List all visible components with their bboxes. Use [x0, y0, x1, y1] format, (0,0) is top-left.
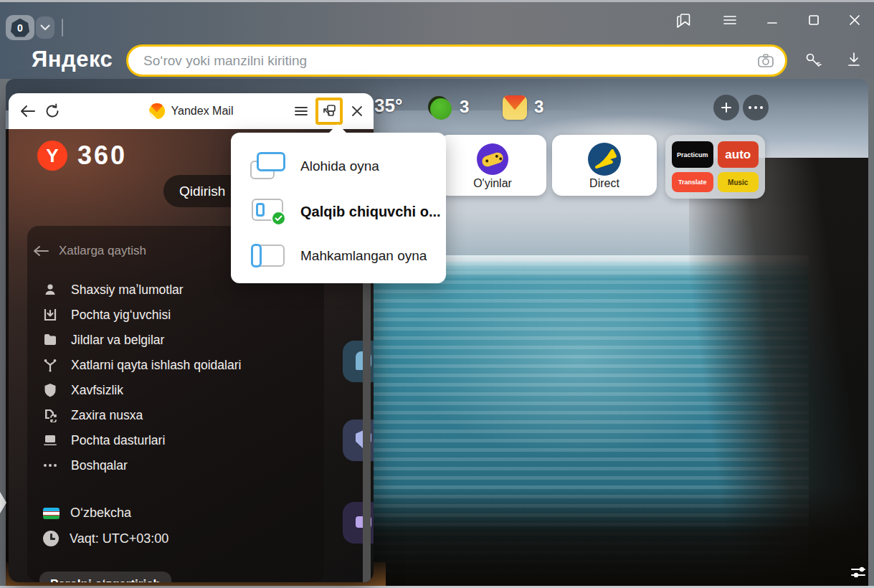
- menu-label: Xavfsizlik: [71, 383, 123, 398]
- backup-icon: [42, 407, 59, 424]
- download-icon: [845, 50, 863, 69]
- green-status-widget[interactable]: [428, 96, 452, 120]
- dropdown-item-pinned-window[interactable]: Mahkamlangan oyna: [231, 232, 446, 280]
- close-icon: [848, 14, 861, 27]
- close-icon: [351, 105, 364, 118]
- ellipsis-icon: [749, 106, 763, 109]
- clock-icon: [43, 531, 59, 546]
- downloads-button[interactable]: [845, 50, 863, 69]
- tile-games-label: O'yinlar: [473, 177, 512, 190]
- tile-direct-label: Direct: [589, 177, 619, 190]
- person-icon: [42, 281, 59, 298]
- password-manager-button[interactable]: [803, 50, 825, 70]
- image-search-button[interactable]: [756, 52, 775, 70]
- browser-chrome: 0 Яндекс: [0, 0, 874, 79]
- language-row[interactable]: Oʻzbekcha: [43, 506, 131, 521]
- rules-icon: [42, 356, 59, 374]
- popup-window-icon: [250, 196, 286, 227]
- uzbekistan-flag-icon: [43, 508, 60, 519]
- menu-label: Shaxsiy maʼlumotlar: [71, 283, 184, 298]
- timezone-row[interactable]: Vaqt: UTC+03:00: [43, 531, 168, 546]
- timezone-label: Vaqt: UTC+03:00: [70, 531, 168, 546]
- dropdown-item-label: Qalqib chiquvchi o...: [300, 204, 441, 220]
- tab-list-dropdown-button[interactable]: [36, 16, 54, 39]
- direct-icon: [588, 143, 621, 176]
- green-badge-count: 3: [460, 97, 469, 117]
- camera-search-icon: [756, 52, 775, 70]
- laptop-icon: [42, 432, 59, 449]
- dropdown-item-separate-window[interactable]: Alohida oyna: [231, 143, 446, 190]
- menu-item-mail-clients[interactable]: Pochta dasturlari: [42, 430, 165, 451]
- menu-item-folders-labels[interactable]: Jildlar va belgilar: [42, 329, 164, 351]
- menu-label: Xatlarni qayta ishlash qoidalari: [71, 358, 241, 373]
- y360-360-text: 360: [77, 141, 127, 171]
- menu-label: Pochta yigʻuvchisi: [71, 308, 171, 323]
- add-widget-button[interactable]: [713, 95, 739, 120]
- menu-item-processing-rules[interactable]: Xatlarni qayta ishlash qoidalari: [42, 354, 241, 376]
- bookmarks-button[interactable]: [675, 11, 693, 29]
- bookmarks-icon: [675, 11, 693, 29]
- menu-item-backup[interactable]: Zaxira nusxa: [42, 404, 143, 426]
- close-window-button[interactable]: [848, 14, 861, 27]
- separate-window-icon: [250, 151, 286, 182]
- tile-direct[interactable]: Direct: [552, 135, 657, 196]
- search-input[interactable]: [143, 53, 756, 69]
- popup-title: Yandex Mail: [171, 105, 234, 118]
- reload-icon: [44, 103, 60, 119]
- y360-y-badge: Y: [37, 141, 67, 171]
- maximize-icon: [807, 14, 820, 27]
- background-settings-button[interactable]: [848, 563, 870, 583]
- window-top-edge: [0, 0, 874, 2]
- service-auto[interactable]: auto: [718, 141, 759, 168]
- change-password-button[interactable]: Parolni oʻzgartirish: [39, 572, 171, 582]
- popup-close-button[interactable]: [345, 99, 369, 123]
- popup-menu-button[interactable]: [289, 99, 313, 123]
- maximize-button[interactable]: [807, 14, 820, 27]
- menu-label: Boshqalar: [71, 458, 128, 473]
- minimize-icon: [766, 14, 779, 27]
- tile-games[interactable]: O'yinlar: [439, 135, 546, 196]
- dropdown-pointer: [328, 124, 347, 133]
- mail-envelope-icon: [503, 95, 527, 110]
- popup-back-button[interactable]: [16, 99, 40, 123]
- popup-reload-button[interactable]: [40, 99, 65, 123]
- window-mode-dropdown: Alohida oyna Qalqib chiquvchi o... Mahka…: [231, 133, 446, 283]
- widgets-more-button[interactable]: [743, 95, 769, 120]
- key-icon: [803, 50, 825, 70]
- popup-header: Yandex Mail: [9, 93, 374, 129]
- menu-label: Jildlar va belgilar: [71, 333, 164, 348]
- weather-widget[interactable]: 35°: [374, 95, 402, 117]
- back-arrow-icon: [33, 245, 49, 257]
- menu-item-security[interactable]: Xavfsizlik: [42, 379, 123, 401]
- mail-badge-count: 3: [534, 97, 543, 117]
- pinned-window-icon: [250, 240, 286, 272]
- minimize-button[interactable]: [766, 14, 779, 27]
- service-music[interactable]: Music: [718, 172, 759, 192]
- tab-count-badge: 0: [11, 19, 29, 37]
- back-arrow-icon: [20, 105, 36, 118]
- menu-label: Zaxira nusxa: [71, 408, 143, 423]
- menu-item-other[interactable]: Boshqalar: [42, 455, 128, 476]
- mail-widget[interactable]: [503, 95, 527, 120]
- service-practicum[interactable]: Practicum: [672, 141, 713, 168]
- menu-item-mail-collector[interactable]: Pochta yigʻuvchisi: [42, 304, 171, 326]
- tab-separator: [62, 19, 63, 37]
- folder-icon: [42, 331, 59, 348]
- mail-collector-icon: [42, 306, 59, 323]
- tab-counter-button[interactable]: 0: [6, 15, 34, 40]
- services-grid: Practicum auto Translate Music: [665, 135, 765, 199]
- service-translate[interactable]: Translate: [672, 172, 713, 192]
- search-bar[interactable]: [126, 44, 787, 77]
- shield-icon: [42, 381, 59, 399]
- popup-title-group: Yandex Mail: [149, 103, 234, 119]
- yandex-mail-favicon: [149, 103, 165, 119]
- dropdown-item-label: Alohida oyna: [300, 158, 379, 174]
- dropdown-item-popup-window[interactable]: Qalqib chiquvchi o...: [231, 188, 446, 235]
- browser-menu-button[interactable]: [722, 14, 738, 27]
- dropdown-item-label: Mahkamlangan oyna: [300, 248, 427, 264]
- menu-item-personal-info[interactable]: Shaxsiy maʼlumotlar: [42, 279, 184, 300]
- back-to-mail-link[interactable]: Xatlarga qaytish: [33, 244, 146, 258]
- hamburger-icon: [294, 105, 308, 117]
- games-icon: [477, 143, 508, 175]
- window-mode-button-highlighted[interactable]: [315, 98, 343, 125]
